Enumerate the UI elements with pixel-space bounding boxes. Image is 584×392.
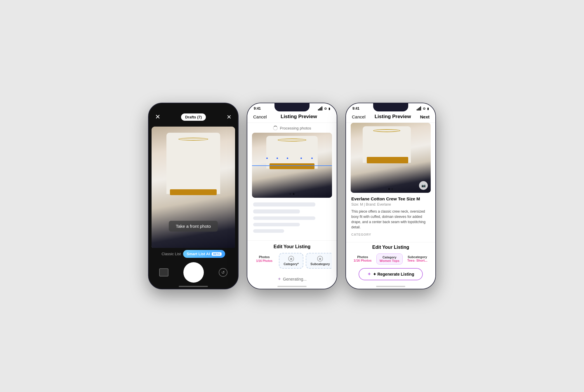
scan-dot <box>266 158 268 159</box>
edit-listing-title-2: Edit Your Listing <box>252 244 332 249</box>
scan-dots <box>264 158 315 159</box>
beta-badge: BETA <box>212 252 222 256</box>
skel-5 <box>253 229 284 233</box>
photos-tab-2[interactable]: Photos 1/16 Photos <box>252 253 277 269</box>
dot-1 <box>290 193 291 195</box>
close-button[interactable]: ✕ <box>155 113 160 121</box>
status-time-2: 9:41 <box>254 106 261 111</box>
home-indicator-1 <box>179 286 208 287</box>
skeleton-area <box>247 198 337 240</box>
scan-dot <box>300 158 302 159</box>
bar1 <box>318 109 319 111</box>
phone-camera: ✕ Drafts (7) ✕ Take a front p <box>148 103 239 289</box>
dot-2 <box>293 193 295 195</box>
cancel-button-3[interactable]: Cancel <box>352 114 366 119</box>
spark-icon: ✦ <box>277 276 281 282</box>
skel-2 <box>253 209 300 214</box>
bar3 <box>320 107 321 111</box>
home-indicator-3 <box>376 286 405 287</box>
battery-icon: ▮ <box>328 107 330 110</box>
gallery-button[interactable] <box>159 268 168 276</box>
scan-dot <box>311 158 313 159</box>
edit-photo-button[interactable]: 📷 <box>419 181 428 190</box>
status-bar-3: 9:41 ⊙ ▮ <box>346 106 435 111</box>
status-bar-camera <box>149 106 238 111</box>
edit-listing-section-2: Edit Your Listing Photos 1/16 Photos ⊕ C… <box>247 240 337 289</box>
result-listing-screen: 9:41 ⊙ ▮ Cancel List <box>346 103 435 289</box>
image-dots-3 <box>388 188 393 190</box>
result-photos-tab[interactable]: Photos 1/16 Photos <box>351 253 375 265</box>
processing-screen: 9:41 ⊙ ▮ Cancel List <box>247 103 337 289</box>
wifi-icon: ⊙ <box>324 107 327 111</box>
result-subcategory-label: Subcategory <box>408 255 427 259</box>
camera-background: ✕ Drafts (7) ✕ Take a front p <box>149 103 238 289</box>
result-subcategory-tab[interactable]: Subcategory Tees- Short... <box>404 253 430 265</box>
regen-spark-icon: ✦ <box>367 272 371 277</box>
result-listing-image: 📷 <box>351 123 431 193</box>
photo-preview: Take a front photo <box>152 127 235 249</box>
subcategory-tab-2[interactable]: ⊕ Subcategory <box>306 253 332 269</box>
wifi-icon-3: ⊙ <box>423 107 425 111</box>
subcategory-tab-icon: ⊕ <box>317 256 323 262</box>
listing-meta: Size: M | Brand: Everlane <box>351 202 430 206</box>
listing-image-2 <box>252 133 332 198</box>
smart-list-button[interactable]: Smart List AI BETA <box>183 250 225 258</box>
classic-list-label[interactable]: Classic List <box>161 252 181 256</box>
status-time-3: 9:41 <box>352 106 359 111</box>
photos-tab-sublabel: 1/16 Photos <box>256 259 272 262</box>
camera-edit-icon: 📷 <box>421 183 426 188</box>
photos-tab-label: Photos <box>259 255 270 259</box>
listing-screen: 9:41 ⊙ ▮ Cancel List <box>247 103 337 289</box>
dot-1-3 <box>388 188 390 190</box>
battery-icon-3: ▮ <box>427 107 429 110</box>
status-icons-3: ⊙ ▮ <box>417 106 429 111</box>
photo-overlay-text: Take a front photo <box>169 221 218 232</box>
result-photos-label: Photos <box>357 255 368 259</box>
image-dots-2 <box>290 193 295 195</box>
result-category-value: Women Tops <box>380 259 399 262</box>
edit-listing-title-3: Edit Your Listing <box>351 245 431 250</box>
regenerate-button[interactable]: ✦ ✦ Regenerate Listing <box>359 268 423 280</box>
skel-4 <box>253 223 300 226</box>
flip-icon: ↺ <box>221 270 225 275</box>
smart-list-label: Smart List AI <box>187 252 210 256</box>
shutter-button[interactable] <box>184 263 203 282</box>
page-title-3: Listing Preview <box>375 114 411 120</box>
result-category-tab[interactable]: Category Women Tops <box>376 253 403 265</box>
generating-button: ✦ Generating... <box>252 273 332 285</box>
drafts-badge[interactable]: Drafts (7) <box>181 113 206 121</box>
flip-camera-button[interactable]: ↺ <box>219 268 227 277</box>
phone-result: 9:41 ⊙ ▮ Cancel List <box>345 103 436 289</box>
listing-description: This piece offers a classic crew neck, o… <box>351 209 430 230</box>
result-category-label: Category <box>383 256 397 259</box>
camera-bottom-bar: Classic List Smart List AI BETA ↺ <box>149 248 238 289</box>
result-screen: 9:41 ⊙ ▮ Cancel List <box>346 103 435 289</box>
category-tab-2[interactable]: ⊕ Category* <box>279 253 303 269</box>
category-section-label: CATEGORY <box>351 233 430 236</box>
skel-3 <box>253 216 315 220</box>
image-sim-3 <box>351 123 431 193</box>
camera-header: ✕ Drafts (7) ✕ <box>149 113 238 121</box>
next-button-3[interactable]: Next <box>420 114 430 119</box>
page-title-2: Listing Preview <box>281 114 317 120</box>
bar4 <box>321 106 322 111</box>
scan-dot <box>287 158 288 159</box>
bar3-3 <box>419 107 420 111</box>
signal-bars-3 <box>417 106 421 111</box>
regen-label: ✦ Regenerate Listing <box>373 272 414 276</box>
result-photos-value: 1/16 Photos <box>354 259 372 262</box>
processing-text: Processing photos <box>280 126 311 130</box>
subcategory-tab-label: Subcategory <box>310 262 330 266</box>
bar4-3 <box>420 106 421 111</box>
bar1-3 <box>417 109 418 111</box>
camera-screen: ✕ Drafts (7) ✕ Take a front p <box>149 103 238 289</box>
category-tab-label: Category* <box>284 262 299 266</box>
scan-dot <box>277 158 278 159</box>
loading-spinner <box>273 126 278 130</box>
cancel-button-2[interactable]: Cancel <box>253 114 267 119</box>
bar2-3 <box>418 108 419 111</box>
result-subcategory-value: Tees- Short... <box>407 259 427 262</box>
flash-button[interactable]: ✕ <box>227 113 232 120</box>
result-content: Everlane Cotton Crew Tee Size M Size: M … <box>346 193 435 242</box>
skel-1 <box>253 202 315 206</box>
